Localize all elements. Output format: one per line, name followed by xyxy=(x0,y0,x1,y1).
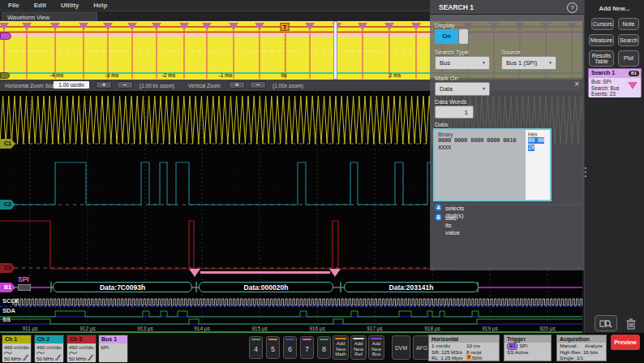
display-toggle-knob xyxy=(458,28,469,45)
hex-value-line1: 00 00 xyxy=(528,137,544,144)
zoom-window-indicator[interactable] xyxy=(333,21,337,80)
search-mark-icon xyxy=(229,23,238,30)
preview-button[interactable]: Preview xyxy=(611,335,640,350)
add-new-ref-button[interactable]: AddNewRef xyxy=(350,335,367,360)
channel-button-7[interactable]: 7 xyxy=(300,336,314,359)
knob-b-icon: B xyxy=(435,214,442,221)
data-label: Data xyxy=(435,121,448,128)
search-mark-icon xyxy=(22,23,32,30)
menu-file[interactable]: File xyxy=(8,2,19,9)
button-color-bar xyxy=(371,338,382,339)
search-result-badge[interactable]: Search 1 B1 Bus: SPISearch: BusEvents: 2… xyxy=(588,68,642,97)
time-tick-label: 920 µs xyxy=(539,326,556,331)
binary-value-line1: 0000 0000 0000 0000 0010 xyxy=(438,137,526,145)
acquisition-resolution: High Res: 16 bits xyxy=(560,349,598,355)
search-mark-icon xyxy=(358,23,367,30)
search-mark-icon xyxy=(202,23,212,30)
channel-badge-ch2[interactable]: Ch 2460 mV/div50 MHz xyxy=(34,335,64,361)
overview-time-label: -2 ms xyxy=(162,72,176,78)
search-type-value: Bus xyxy=(440,59,450,67)
bus-badge-bus1[interactable]: Bus 1SPI xyxy=(98,335,128,361)
data-pattern-box[interactable]: Binary 0000 0000 0000 0000 0010 XXXX Hex… xyxy=(433,128,552,201)
panel-divider-grip[interactable] xyxy=(585,165,587,178)
time-tick-label: 919 µs xyxy=(482,326,498,331)
hex-field[interactable]: Hex 00 00 2X xyxy=(526,130,550,200)
bus-spi-label: SPI xyxy=(18,275,29,283)
sidebar-button-search[interactable]: Search xyxy=(618,34,639,46)
sidebar-button-results-table[interactable]: Results Table xyxy=(589,50,614,67)
channel-badge-details: 460 mV/div50 MHz xyxy=(2,344,31,362)
trigger-settings-panel[interactable]: Trigger B1SPI SS Active xyxy=(504,335,552,361)
digital-channel-label: SDA xyxy=(2,307,15,314)
search-mark-icon xyxy=(305,23,315,30)
bandwidth-icon xyxy=(55,355,62,361)
menu-utility[interactable]: Utility xyxy=(61,2,79,9)
sidebar-button-measure[interactable]: Measure xyxy=(589,34,614,46)
overview-time-label: -3 ms xyxy=(105,72,119,78)
horizontal-zoom-scale-input[interactable]: 1.00 us/div xyxy=(54,81,89,89)
search-mark-icon xyxy=(0,23,9,30)
vzoom-plus-button[interactable]: + xyxy=(229,81,245,89)
trigger-position-marker[interactable]: T xyxy=(281,23,290,31)
search-type-dropdown[interactable]: Bus ▼ xyxy=(435,56,490,70)
overview-time-label: -1 ms xyxy=(219,72,233,78)
data-words-label: Data Words xyxy=(435,98,466,106)
add-new-bus-button[interactable]: AddNewBus xyxy=(368,335,384,360)
menu-help[interactable]: Help xyxy=(93,2,107,9)
binary-field[interactable]: Binary 0000 0000 0000 0000 0010 XXXX xyxy=(435,130,526,200)
channel-button-6[interactable]: 6 xyxy=(283,336,297,359)
acquisition-settings-panel[interactable]: Acquisition Manual,Analyze High Res: 16 … xyxy=(556,335,607,361)
dvm-button[interactable]: DVM xyxy=(392,335,410,360)
horizontal-settings-panel[interactable]: Horizontal 1 ms/div10 ms SR: 125 MS/s8 n… xyxy=(428,335,500,361)
mark-on-value: Data xyxy=(440,85,453,93)
channel-button-5[interactable]: 5 xyxy=(266,336,280,359)
close-icon[interactable]: × xyxy=(574,80,579,89)
search-panel-titlebar[interactable]: SEARCH 1 ? xyxy=(430,0,584,15)
channel-button-4[interactable]: 4 xyxy=(249,336,263,359)
delete-search-button[interactable] xyxy=(623,316,639,331)
display-toggle[interactable]: On xyxy=(435,29,470,44)
menu-edit[interactable]: Edit xyxy=(34,2,46,9)
bandwidth-icon xyxy=(23,355,29,361)
search-config-panel: SEARCH 1 ? Display On Search Type Bus ▼ … xyxy=(430,0,584,270)
time-tick-label: 917 µs xyxy=(367,326,383,331)
vertical-zoom-label: Vertical Zoom xyxy=(188,83,221,89)
search-mark-icon xyxy=(329,269,341,277)
zoom-to-search-button[interactable] xyxy=(595,315,617,331)
bus-collapsed-slab[interactable] xyxy=(18,284,31,291)
channel-badge-details: 460 mV/div50 MHz xyxy=(35,344,63,362)
search-mark-icon xyxy=(103,23,113,30)
coupling-icon xyxy=(36,351,45,355)
vzoom-factor-label: (1.00x zoom) xyxy=(273,83,303,89)
channel-button-8[interactable]: 8 xyxy=(317,336,331,359)
acquisition-panel-title: Acquisition xyxy=(557,335,606,343)
sidebar-button-note[interactable]: Note xyxy=(618,18,639,30)
sidebar-button-cursors[interactable]: Cursors xyxy=(591,18,614,30)
vzoom-minus-button[interactable]: − xyxy=(250,81,266,89)
hzoom-minus-button[interactable]: − xyxy=(117,81,133,89)
time-tick-label: 913 µs xyxy=(137,326,153,331)
channel-badge-ch3[interactable]: Ch 3460 mV/div50 MHz xyxy=(67,335,97,361)
search-mark-icon xyxy=(189,269,200,277)
channel-badge-ch1[interactable]: Ch 1460 mV/div50 MHz xyxy=(2,335,32,361)
sidebar-button-plot[interactable]: Plot xyxy=(618,50,639,67)
source-dropdown[interactable]: Bus 1 (SPI) ▼ xyxy=(501,56,556,70)
binary-label: Binary xyxy=(438,132,526,137)
add-new-math-button[interactable]: AddNewMath xyxy=(333,335,349,360)
horizontal-zoom-scale-label: Horizontal Zoom Scale xyxy=(5,83,58,89)
display-toggle-on: On xyxy=(435,29,458,44)
mark-on-dropdown[interactable]: Data ▼ xyxy=(435,82,490,96)
data-words-input[interactable]: 1 xyxy=(435,106,474,119)
hzoom-plus-button[interactable]: + xyxy=(96,81,112,89)
overview-time-label: 2 ms xyxy=(389,72,401,78)
add-new-label: Add New... xyxy=(585,5,644,12)
bandwidth-icon xyxy=(88,355,94,361)
overview-bus1-handle[interactable] xyxy=(0,32,11,40)
search-mark-icon xyxy=(255,23,264,30)
overview-ch1-handle[interactable] xyxy=(0,72,10,79)
status-bar: Ch 1460 mV/div50 MHzCh 2460 mV/div50 MHz… xyxy=(0,333,644,363)
time-tick-label: 914 µs xyxy=(194,326,210,331)
bus-decode-box: Data:203141h xyxy=(344,282,479,292)
help-icon[interactable]: ? xyxy=(567,2,577,13)
coupling-icon xyxy=(4,351,12,355)
